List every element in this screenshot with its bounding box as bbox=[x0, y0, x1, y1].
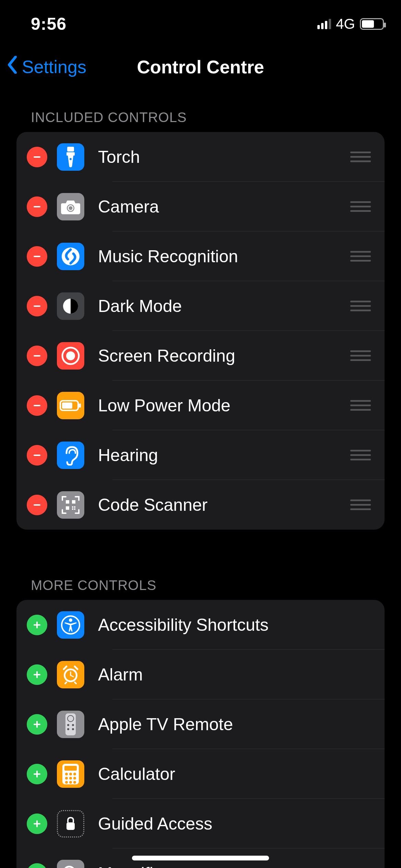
home-indicator[interactable] bbox=[132, 856, 269, 860]
add-button[interactable] bbox=[27, 664, 47, 685]
row-alarm[interactable]: Alarm bbox=[16, 650, 385, 699]
drag-handle-icon[interactable] bbox=[350, 350, 371, 361]
row-camera[interactable]: Camera bbox=[16, 182, 385, 231]
svg-point-59 bbox=[73, 781, 76, 784]
section-header-more: More Controls bbox=[0, 530, 401, 600]
chevron-left-icon bbox=[7, 56, 18, 78]
drag-handle-icon[interactable] bbox=[350, 201, 371, 212]
svg-rect-40 bbox=[36, 721, 38, 728]
row-label: Accessibility Shortcuts bbox=[98, 615, 385, 635]
magnifier-icon bbox=[57, 860, 84, 868]
remove-button[interactable] bbox=[27, 395, 47, 416]
back-button[interactable]: Settings bbox=[7, 56, 86, 78]
remove-button[interactable] bbox=[27, 296, 47, 316]
included-controls-group: Torch Camera Music Recognition Dark bbox=[16, 132, 385, 530]
row-screen-recording[interactable]: Screen Recording bbox=[16, 331, 385, 381]
drag-handle-icon[interactable] bbox=[350, 450, 371, 460]
svg-point-65 bbox=[64, 867, 75, 868]
row-label: Dark Mode bbox=[98, 296, 350, 316]
row-dark-mode[interactable]: Dark Mode bbox=[16, 281, 385, 331]
drag-handle-icon[interactable] bbox=[350, 301, 371, 311]
status-right: 4G bbox=[317, 16, 384, 32]
row-label: Code Scanner bbox=[98, 495, 350, 515]
row-label: Low Power Mode bbox=[98, 396, 350, 415]
section-header-included: Included Controls bbox=[0, 93, 401, 132]
row-label: Apple TV Remote bbox=[98, 714, 385, 734]
svg-point-52 bbox=[69, 773, 72, 775]
row-torch[interactable]: Torch bbox=[16, 132, 385, 182]
row-apple-tv-remote[interactable]: Apple TV Remote bbox=[16, 699, 385, 749]
shazam-icon bbox=[57, 243, 84, 270]
svg-rect-41 bbox=[65, 713, 76, 735]
svg-rect-1 bbox=[67, 147, 74, 152]
svg-rect-24 bbox=[74, 508, 75, 510]
accessibility-icon bbox=[57, 611, 84, 639]
svg-rect-62 bbox=[66, 822, 75, 830]
add-button[interactable] bbox=[27, 764, 47, 784]
guided-access-icon bbox=[57, 810, 84, 837]
svg-rect-21 bbox=[72, 500, 75, 504]
remove-button[interactable] bbox=[27, 246, 47, 267]
drag-handle-icon[interactable] bbox=[350, 251, 371, 262]
torch-icon bbox=[57, 143, 84, 171]
svg-point-53 bbox=[73, 773, 76, 775]
svg-rect-0 bbox=[34, 156, 40, 158]
network-label: 4G bbox=[336, 16, 355, 32]
svg-line-37 bbox=[65, 682, 66, 684]
svg-rect-20 bbox=[66, 500, 69, 504]
hearing-icon bbox=[57, 442, 84, 469]
row-label: Guided Access bbox=[98, 814, 385, 834]
status-time: 9:56 bbox=[31, 14, 66, 34]
svg-rect-19 bbox=[34, 504, 40, 506]
drag-handle-icon[interactable] bbox=[350, 499, 371, 510]
cellular-signal-icon bbox=[317, 19, 331, 29]
dark-mode-icon bbox=[57, 292, 84, 320]
svg-point-30 bbox=[69, 618, 72, 622]
drag-handle-icon[interactable] bbox=[350, 400, 371, 411]
remove-button[interactable] bbox=[27, 346, 47, 366]
row-accessibility-shortcuts[interactable]: Accessibility Shortcuts bbox=[16, 600, 385, 650]
row-label: Music Recognition bbox=[98, 246, 350, 266]
svg-point-45 bbox=[67, 728, 69, 730]
row-music-recognition[interactable]: Music Recognition bbox=[16, 231, 385, 281]
remove-button[interactable] bbox=[27, 445, 47, 466]
row-label: Hearing bbox=[98, 445, 350, 465]
svg-point-13 bbox=[66, 351, 75, 360]
svg-rect-16 bbox=[79, 403, 81, 408]
add-button[interactable] bbox=[27, 615, 47, 635]
add-button[interactable] bbox=[27, 714, 47, 735]
svg-rect-11 bbox=[34, 355, 40, 357]
drag-handle-icon[interactable] bbox=[350, 152, 371, 162]
svg-rect-2 bbox=[66, 152, 75, 156]
status-bar: 9:56 4G bbox=[0, 0, 401, 41]
svg-rect-28 bbox=[36, 622, 38, 628]
row-guided-access[interactable]: Guided Access bbox=[16, 799, 385, 848]
svg-rect-14 bbox=[34, 405, 40, 406]
row-label: Screen Recording bbox=[98, 346, 350, 366]
svg-point-54 bbox=[65, 777, 68, 780]
svg-rect-25 bbox=[72, 508, 73, 510]
row-calculator[interactable]: Calculator bbox=[16, 749, 385, 799]
add-button[interactable] bbox=[27, 813, 47, 834]
row-code-scanner[interactable]: Code Scanner bbox=[16, 480, 385, 530]
nav-header: Settings Control Centre bbox=[0, 41, 401, 93]
calculator-icon bbox=[57, 760, 84, 788]
battery-icon bbox=[360, 18, 384, 30]
remove-button[interactable] bbox=[27, 495, 47, 515]
add-button[interactable] bbox=[27, 863, 47, 868]
svg-rect-23 bbox=[72, 506, 73, 508]
low-power-mode-icon bbox=[57, 392, 84, 419]
svg-rect-9 bbox=[34, 305, 40, 307]
svg-point-3 bbox=[70, 158, 72, 160]
camera-icon bbox=[57, 193, 84, 220]
apple-tv-remote-icon bbox=[57, 711, 84, 738]
remove-button[interactable] bbox=[27, 147, 47, 167]
row-label: Alarm bbox=[98, 665, 385, 685]
row-low-power-mode[interactable]: Low Power Mode bbox=[16, 381, 385, 430]
remove-button[interactable] bbox=[27, 196, 47, 217]
row-label: Calculator bbox=[98, 764, 385, 784]
svg-point-43 bbox=[67, 724, 69, 726]
row-hearing[interactable]: Hearing bbox=[16, 430, 385, 480]
svg-rect-50 bbox=[64, 766, 77, 771]
svg-point-56 bbox=[73, 777, 76, 780]
